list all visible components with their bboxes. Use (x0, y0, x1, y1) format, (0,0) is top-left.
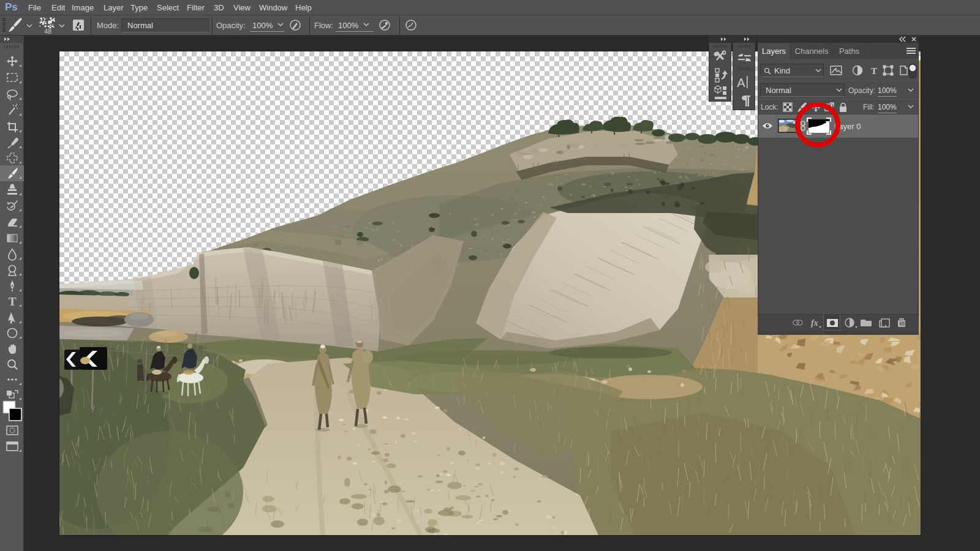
svg-text:T: T (871, 66, 877, 76)
svg-text:T: T (9, 295, 17, 308)
svg-text:48: 48 (44, 28, 51, 35)
svg-text:A: A (737, 76, 745, 89)
svg-text:fx: fx (811, 318, 818, 328)
